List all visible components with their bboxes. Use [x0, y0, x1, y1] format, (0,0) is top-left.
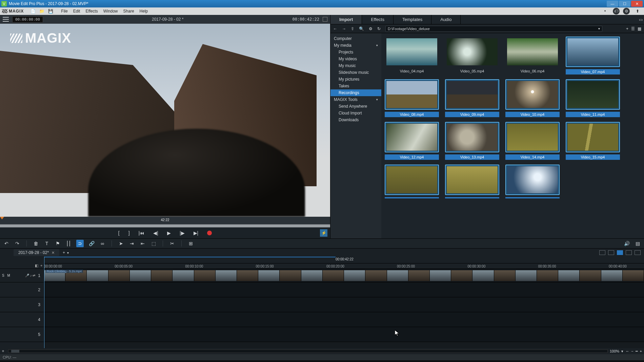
track-header-5[interactable]: 5 [0, 327, 44, 342]
step-back-button[interactable]: ◀| [153, 230, 158, 236]
audio-mixer-icon[interactable]: 🔊 [624, 241, 630, 246]
playhead[interactable] [44, 257, 44, 348]
add-track-button[interactable]: + [0, 349, 6, 354]
ruler-marker-icon[interactable]: ◧ [35, 263, 38, 268]
media-thumbnail[interactable]: Video_06.mp4 [505, 37, 560, 74]
tree-my-pictures[interactable]: My pictures [330, 76, 381, 83]
zoom-out-icon[interactable]: − [631, 349, 633, 353]
zoom-in-icon[interactable]: + [640, 349, 642, 353]
open-file-icon[interactable]: 📁 [39, 8, 45, 14]
menu-window[interactable]: Window [101, 9, 121, 14]
tree-my-videos[interactable]: My videos [330, 56, 381, 62]
sequence-tab[interactable]: 2017-09-28 - 02* ✕ [14, 249, 59, 256]
window-minimize-button[interactable]: — [607, 1, 618, 7]
layout-3-icon[interactable] [617, 250, 623, 255]
track-4[interactable] [44, 312, 644, 327]
add-track-tool[interactable]: ⊞ [188, 241, 194, 246]
tree-projects[interactable]: Projects [330, 49, 381, 56]
media-thumbnail[interactable]: Video_04.mp4 [385, 37, 439, 74]
media-thumbnail[interactable]: Video_05.mp4 [445, 37, 499, 74]
delete-button[interactable]: 🗑 [33, 241, 39, 246]
track-solo-mute[interactable]: S M [0, 274, 11, 277]
track-header-3[interactable]: 3 [0, 297, 44, 312]
timeline-top-ruler[interactable]: 00:00:42:22 [44, 257, 644, 263]
layout-4-icon[interactable] [626, 250, 632, 255]
track-1[interactable]: Rock Climbing - 5.2s.mp4 [44, 269, 644, 282]
path-chevron-icon[interactable]: ▾ [598, 27, 600, 30]
track-5[interactable] [44, 327, 644, 342]
replace-tool[interactable]: ⬚ [150, 241, 157, 246]
split-button[interactable]: ⎮⎮ [65, 241, 72, 246]
step-fwd-button[interactable]: |▶ [180, 230, 185, 236]
view-add-icon[interactable]: + [626, 26, 628, 31]
window-close-button[interactable]: ✕ [631, 1, 643, 7]
marker-start-icon[interactable] [0, 217, 4, 219]
track-header-2[interactable]: 2 [0, 282, 44, 297]
tree-slideshow[interactable]: Slideshow music [330, 69, 381, 76]
preview-viewport[interactable] [0, 24, 330, 217]
tab-import[interactable]: Import [330, 15, 362, 24]
nav-refresh-icon[interactable]: ↻ [377, 26, 381, 31]
play-button[interactable]: ▶ [167, 230, 171, 236]
redo-button[interactable]: ↷ [14, 241, 20, 246]
upload-icon[interactable]: ⬆ [635, 8, 641, 14]
nav-forward-icon[interactable]: → [342, 26, 346, 31]
master-meter-icon[interactable]: ▤ [635, 241, 641, 246]
menu-effects[interactable]: Effects [83, 9, 100, 14]
tab-templates[interactable]: Templates [394, 15, 431, 24]
preview-marker-bar[interactable]: 42:22 [0, 217, 330, 224]
ripple-button[interactable]: ⊃ [76, 240, 84, 247]
preview-menu-icon[interactable] [3, 17, 9, 22]
nav-settings-icon[interactable]: ⚙ [369, 26, 373, 31]
track-header-1[interactable]: S M 🎤 ♪ ⇄ 1 [0, 269, 44, 282]
view-grid-icon[interactable]: ▦ [638, 26, 641, 31]
tree-my-media[interactable]: My media ▾ [330, 42, 381, 49]
settings-dot-icon[interactable]: • [602, 8, 608, 14]
tab-audio[interactable]: Audio [431, 15, 461, 24]
menu-edit[interactable]: Edit [71, 9, 83, 14]
insert-tool[interactable]: ⇥ [129, 241, 135, 246]
tree-computer[interactable]: Computer [330, 35, 381, 42]
timeline-ruler[interactable]: 00:00:00:0000:00:05:0000:00:10:0000:00:1… [44, 263, 644, 269]
zoom-fit-icon[interactable]: ↔ [625, 349, 629, 353]
range-out-button[interactable]: ] [128, 230, 130, 236]
menu-share[interactable]: Share [121, 9, 137, 14]
tree-recordings[interactable]: Recordings [330, 89, 381, 96]
timeline-body[interactable]: 00:00:42:22 00:00:00:0000:00:05:0000:00:… [44, 257, 644, 348]
ruler-snap-icon[interactable]: ⌖ [40, 263, 42, 268]
menu-file[interactable]: File [58, 9, 70, 14]
menu-help[interactable]: Help [137, 9, 151, 14]
overwrite-tool[interactable]: ⇤ [140, 241, 146, 246]
store-icon[interactable]: 🏷 [613, 8, 620, 15]
media-thumbnail[interactable] [505, 165, 560, 198]
layout-2-icon[interactable] [608, 250, 614, 255]
group-button[interactable]: ∞ [99, 241, 105, 246]
sequence-tab-close-icon[interactable]: ✕ [52, 251, 55, 255]
media-thumbnail[interactable]: Video_15.mp4 [566, 122, 620, 160]
media-thumbnail[interactable]: Video_11.mp4 [566, 79, 620, 117]
range-in-button[interactable]: [ [118, 230, 120, 236]
save-file-icon[interactable]: 💾 [47, 8, 54, 14]
media-thumbnail[interactable]: Video_13.mp4 [445, 122, 499, 160]
tree-my-music[interactable]: My music [330, 62, 381, 69]
tree-send-anywhere[interactable]: Send Anywhere [330, 103, 381, 110]
preview-scrub-bar[interactable] [0, 224, 330, 228]
options-gear-icon[interactable]: ⚙ [623, 8, 630, 15]
go-end-button[interactable]: ▶| [194, 230, 199, 236]
track-3[interactable] [44, 297, 644, 312]
nav-up-icon[interactable]: ⇧ [351, 26, 354, 31]
tree-takes[interactable]: Takes [330, 83, 381, 89]
proxy-bolt-button[interactable]: ⚡ [320, 229, 327, 237]
nav-back-icon[interactable]: ← [333, 26, 337, 31]
layout-1-icon[interactable] [599, 250, 605, 255]
sequence-menu-chevron-icon[interactable]: ▾ [67, 251, 69, 255]
media-popout-icon[interactable]: ▭ [637, 15, 644, 24]
preview-start-timecode[interactable]: 00:00:00:00 [12, 16, 43, 23]
tree-magix-tools[interactable]: MAGIX Tools ▾ [330, 96, 381, 103]
sequence-add-button[interactable]: + [63, 250, 65, 255]
nav-search-icon[interactable]: 🔍 [359, 26, 364, 31]
layout-5-icon[interactable] [635, 250, 641, 255]
track-header-4[interactable]: 4 [0, 312, 44, 327]
preview-popout-icon[interactable] [323, 17, 327, 22]
media-thumbnail[interactable]: Video_09.mp4 [445, 79, 499, 117]
